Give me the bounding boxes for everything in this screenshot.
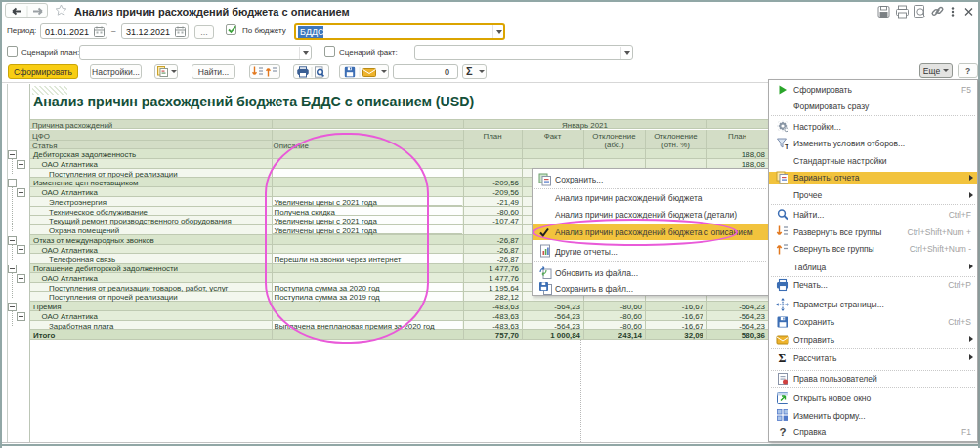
svg-text:Σ: Σ xyxy=(779,351,787,365)
svg-text:T: T xyxy=(785,143,789,150)
